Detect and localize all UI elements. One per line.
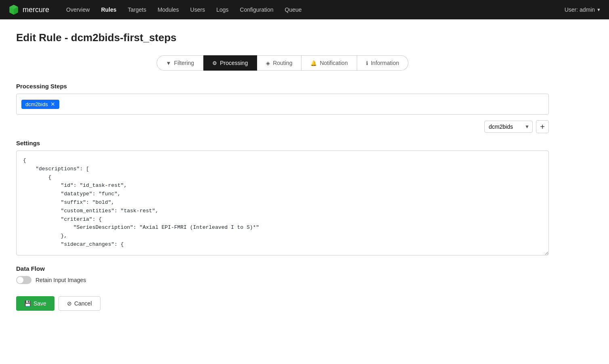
dropdown-wrapper: dcm2bids ▼ <box>484 121 533 133</box>
settings-section: Settings <box>16 140 549 257</box>
nav-logs[interactable]: Logs <box>211 4 233 15</box>
tag-close-icon[interactable]: ✕ <box>50 101 55 107</box>
toggle-row: Retain Input Images <box>16 276 549 284</box>
nav-overview[interactable]: Overview <box>61 4 94 15</box>
filter-icon: ▼ <box>166 60 171 66</box>
tab-filtering-label: Filtering <box>174 60 194 66</box>
processing-steps-box[interactable]: dcm2bids ✕ <box>16 94 549 115</box>
chevron-down-icon: ▼ <box>596 7 601 12</box>
settings-title: Settings <box>16 140 549 146</box>
nav-user[interactable]: User: admin ▼ <box>565 6 601 13</box>
processing-steps-section: Processing Steps dcm2bids ✕ <box>16 83 549 115</box>
nav-configuration[interactable]: Configuration <box>235 4 278 15</box>
main-content: Edit Rule - dcm2bids-first_steps ▼ Filte… <box>0 19 565 335</box>
brand-name: mercure <box>23 6 49 14</box>
data-flow-title: Data Flow <box>16 265 549 272</box>
save-icon: 💾 <box>24 300 31 307</box>
brand-logo[interactable]: mercure <box>8 4 49 15</box>
nav-rules[interactable]: Rules <box>96 4 121 15</box>
retain-input-toggle[interactable] <box>16 276 31 284</box>
settings-code-editor[interactable] <box>16 151 549 255</box>
logo-icon <box>8 4 19 15</box>
tab-notification-label: Notification <box>320 60 347 66</box>
navbar: mercure Overview Rules Targets Modules U… <box>0 0 609 19</box>
tab-processing-label: Processing <box>220 60 248 66</box>
cancel-label: Cancel <box>74 300 92 307</box>
action-buttons: 💾 Save ⊘ Cancel <box>16 296 549 311</box>
processing-tag-dcm2bids: dcm2bids ✕ <box>21 100 59 109</box>
tabs-container: ▼ Filtering ⚙ Processing ◈ Routing 🔔 Not… <box>16 55 549 71</box>
nav-modules[interactable]: Modules <box>153 4 184 15</box>
save-label: Save <box>33 300 46 307</box>
dropdown-row: dcm2bids ▼ + <box>16 120 549 133</box>
info-icon: ℹ <box>366 60 368 66</box>
page-title: Edit Rule - dcm2bids-first_steps <box>16 31 549 44</box>
nav-links: Overview Rules Targets Modules Users Log… <box>61 4 565 15</box>
tab-notification[interactable]: 🔔 Notification <box>301 55 357 71</box>
user-label: User: admin <box>565 6 595 13</box>
nav-users[interactable]: Users <box>185 4 210 15</box>
cancel-button[interactable]: ⊘ Cancel <box>59 296 100 311</box>
processing-steps-title: Processing Steps <box>16 83 549 90</box>
tab-filtering[interactable]: ▼ Filtering <box>157 55 203 71</box>
cancel-icon: ⊘ <box>67 300 72 307</box>
add-module-button[interactable]: + <box>536 120 549 133</box>
tag-label: dcm2bids <box>25 101 48 107</box>
notification-icon: 🔔 <box>310 60 317 66</box>
data-flow-section: Data Flow Retain Input Images <box>16 265 549 284</box>
tab-processing[interactable]: ⚙ Processing <box>203 55 257 71</box>
routing-icon: ◈ <box>266 60 270 66</box>
toggle-knob <box>17 277 23 283</box>
nav-queue[interactable]: Queue <box>280 4 307 15</box>
tab-information[interactable]: ℹ Information <box>357 55 408 71</box>
tab-routing[interactable]: ◈ Routing <box>257 55 301 71</box>
save-button[interactable]: 💾 Save <box>16 296 54 311</box>
nav-targets[interactable]: Targets <box>123 4 151 15</box>
retain-input-label: Retain Input Images <box>36 277 86 283</box>
module-dropdown[interactable]: dcm2bids <box>484 121 533 133</box>
processing-icon: ⚙ <box>212 60 217 66</box>
tab-information-label: Information <box>371 60 399 66</box>
tab-routing-label: Routing <box>273 60 292 66</box>
